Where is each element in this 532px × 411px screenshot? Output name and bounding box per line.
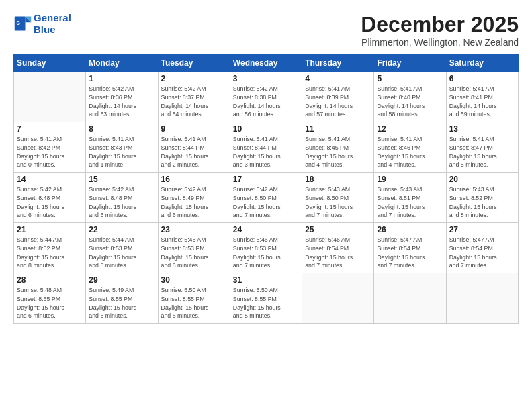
calendar-cell: 28Sunrise: 5:48 AM Sunset: 8:55 PM Dayli…	[14, 273, 86, 324]
day-info: Sunrise: 5:42 AM Sunset: 8:36 PM Dayligh…	[89, 85, 154, 119]
day-number: 7	[17, 124, 83, 134]
header-wednesday: Wednesday	[230, 55, 302, 72]
day-info: Sunrise: 5:41 AM Sunset: 8:44 PM Dayligh…	[233, 135, 299, 169]
header-sunday: Sunday	[14, 55, 86, 72]
month-title: December 2025	[361, 12, 519, 37]
calendar-cell: 25Sunrise: 5:46 AM Sunset: 8:54 PM Dayli…	[302, 223, 374, 273]
calendar-cell: 9Sunrise: 5:41 AM Sunset: 8:44 PM Daylig…	[158, 122, 230, 173]
logo-icon: G	[13, 14, 32, 33]
calendar-cell: 24Sunrise: 5:46 AM Sunset: 8:53 PM Dayli…	[230, 223, 302, 273]
day-info: Sunrise: 5:41 AM Sunset: 8:43 PM Dayligh…	[89, 135, 154, 169]
header-saturday: Saturday	[446, 55, 518, 72]
day-info: Sunrise: 5:49 AM Sunset: 8:55 PM Dayligh…	[89, 286, 154, 320]
week-row-3: 14Sunrise: 5:42 AM Sunset: 8:48 PM Dayli…	[14, 173, 519, 223]
day-info: Sunrise: 5:43 AM Sunset: 8:50 PM Dayligh…	[305, 185, 371, 220]
header-friday: Friday	[374, 55, 446, 72]
calendar-cell: 17Sunrise: 5:42 AM Sunset: 8:50 PM Dayli…	[230, 173, 302, 223]
day-info: Sunrise: 5:46 AM Sunset: 8:54 PM Dayligh…	[305, 236, 371, 270]
day-number: 20	[449, 175, 515, 184]
day-info: Sunrise: 5:41 AM Sunset: 8:44 PM Dayligh…	[161, 135, 227, 169]
day-info: Sunrise: 5:42 AM Sunset: 8:48 PM Dayligh…	[17, 185, 83, 220]
day-info: Sunrise: 5:41 AM Sunset: 8:41 PM Dayligh…	[449, 85, 515, 119]
day-number: 24	[233, 225, 299, 234]
day-info: Sunrise: 5:41 AM Sunset: 8:46 PM Dayligh…	[377, 135, 443, 169]
calendar-cell	[302, 273, 374, 324]
calendar-cell	[374, 273, 446, 324]
day-info: Sunrise: 5:42 AM Sunset: 8:48 PM Dayligh…	[89, 185, 154, 220]
weekday-header-row: Sunday Monday Tuesday Wednesday Thursday…	[14, 55, 519, 72]
day-info: Sunrise: 5:45 AM Sunset: 8:53 PM Dayligh…	[161, 236, 227, 270]
day-number: 6	[449, 74, 515, 83]
day-info: Sunrise: 5:50 AM Sunset: 8:55 PM Dayligh…	[233, 286, 299, 320]
day-number: 23	[161, 225, 227, 234]
calendar-cell: 3Sunrise: 5:42 AM Sunset: 8:38 PM Daylig…	[230, 72, 302, 122]
day-number: 1	[89, 74, 154, 83]
calendar-cell: 13Sunrise: 5:41 AM Sunset: 8:47 PM Dayli…	[446, 122, 518, 173]
day-info: Sunrise: 5:47 AM Sunset: 8:54 PM Dayligh…	[449, 236, 515, 270]
calendar-cell: 31Sunrise: 5:50 AM Sunset: 8:55 PM Dayli…	[230, 273, 302, 324]
day-info: Sunrise: 5:48 AM Sunset: 8:55 PM Dayligh…	[17, 286, 83, 320]
calendar-cell: 21Sunrise: 5:44 AM Sunset: 8:52 PM Dayli…	[14, 223, 86, 273]
day-number: 18	[305, 175, 371, 184]
day-number: 14	[17, 175, 83, 184]
day-info: Sunrise: 5:44 AM Sunset: 8:52 PM Dayligh…	[17, 236, 83, 270]
day-number: 26	[377, 225, 443, 234]
calendar-cell: 6Sunrise: 5:41 AM Sunset: 8:41 PM Daylig…	[446, 72, 518, 122]
day-number: 2	[161, 74, 227, 83]
day-number: 30	[161, 275, 227, 285]
calendar-table: Sunday Monday Tuesday Wednesday Thursday…	[13, 54, 519, 324]
calendar-cell: 18Sunrise: 5:43 AM Sunset: 8:50 PM Dayli…	[302, 173, 374, 223]
week-row-5: 28Sunrise: 5:48 AM Sunset: 8:55 PM Dayli…	[14, 273, 519, 324]
calendar-cell: 22Sunrise: 5:44 AM Sunset: 8:53 PM Dayli…	[86, 223, 158, 273]
calendar-cell: 4Sunrise: 5:41 AM Sunset: 8:39 PM Daylig…	[302, 72, 374, 122]
day-info: Sunrise: 5:42 AM Sunset: 8:38 PM Dayligh…	[233, 85, 299, 119]
week-row-2: 7Sunrise: 5:41 AM Sunset: 8:42 PM Daylig…	[14, 122, 519, 173]
location: Plimmerton, Wellington, New Zealand	[361, 37, 519, 48]
header-thursday: Thursday	[302, 55, 374, 72]
day-number: 15	[89, 175, 154, 184]
day-number: 9	[161, 124, 227, 134]
day-number: 25	[305, 225, 371, 234]
day-info: Sunrise: 5:43 AM Sunset: 8:52 PM Dayligh…	[449, 185, 515, 220]
day-info: Sunrise: 5:42 AM Sunset: 8:49 PM Dayligh…	[161, 185, 227, 220]
day-number: 5	[377, 74, 443, 83]
day-info: Sunrise: 5:46 AM Sunset: 8:53 PM Dayligh…	[233, 236, 299, 270]
day-info: Sunrise: 5:41 AM Sunset: 8:40 PM Dayligh…	[377, 85, 443, 119]
calendar-cell: 12Sunrise: 5:41 AM Sunset: 8:46 PM Dayli…	[374, 122, 446, 173]
week-row-4: 21Sunrise: 5:44 AM Sunset: 8:52 PM Dayli…	[14, 223, 519, 273]
svg-text:G: G	[16, 21, 20, 26]
day-number: 27	[449, 225, 515, 234]
calendar-cell: 16Sunrise: 5:42 AM Sunset: 8:49 PM Dayli…	[158, 173, 230, 223]
calendar-cell: 27Sunrise: 5:47 AM Sunset: 8:54 PM Dayli…	[446, 223, 518, 273]
title-block: December 2025 Plimmerton, Wellington, Ne…	[361, 12, 519, 48]
calendar-cell: 26Sunrise: 5:47 AM Sunset: 8:54 PM Dayli…	[374, 223, 446, 273]
logo-text: General Blue	[34, 12, 71, 36]
calendar-cell: 7Sunrise: 5:41 AM Sunset: 8:42 PM Daylig…	[14, 122, 86, 173]
day-number: 16	[161, 175, 227, 184]
calendar-cell: 20Sunrise: 5:43 AM Sunset: 8:52 PM Dayli…	[446, 173, 518, 223]
calendar-cell: 30Sunrise: 5:50 AM Sunset: 8:55 PM Dayli…	[158, 273, 230, 324]
calendar-cell: 23Sunrise: 5:45 AM Sunset: 8:53 PM Dayli…	[158, 223, 230, 273]
day-number: 19	[377, 175, 443, 184]
day-number: 21	[17, 225, 83, 234]
day-info: Sunrise: 5:41 AM Sunset: 8:47 PM Dayligh…	[449, 135, 515, 169]
day-number: 31	[233, 275, 299, 285]
day-number: 10	[233, 124, 299, 134]
day-number: 11	[305, 124, 371, 134]
calendar-cell: 5Sunrise: 5:41 AM Sunset: 8:40 PM Daylig…	[374, 72, 446, 122]
calendar-cell: 8Sunrise: 5:41 AM Sunset: 8:43 PM Daylig…	[86, 122, 158, 173]
calendar-cell: 11Sunrise: 5:41 AM Sunset: 8:45 PM Dayli…	[302, 122, 374, 173]
day-info: Sunrise: 5:41 AM Sunset: 8:39 PM Dayligh…	[305, 85, 371, 119]
calendar-cell	[14, 72, 86, 122]
day-info: Sunrise: 5:42 AM Sunset: 8:50 PM Dayligh…	[233, 185, 299, 220]
calendar-cell: 10Sunrise: 5:41 AM Sunset: 8:44 PM Dayli…	[230, 122, 302, 173]
calendar-cell	[446, 273, 518, 324]
calendar-cell: 2Sunrise: 5:42 AM Sunset: 8:37 PM Daylig…	[158, 72, 230, 122]
calendar-cell: 19Sunrise: 5:43 AM Sunset: 8:51 PM Dayli…	[374, 173, 446, 223]
week-row-1: 1Sunrise: 5:42 AM Sunset: 8:36 PM Daylig…	[14, 72, 519, 122]
day-number: 28	[17, 275, 83, 285]
day-number: 8	[89, 124, 154, 134]
day-info: Sunrise: 5:41 AM Sunset: 8:45 PM Dayligh…	[305, 135, 371, 169]
page: G General Blue December 2025 Plimmerton,…	[0, 0, 532, 411]
header-tuesday: Tuesday	[158, 55, 230, 72]
